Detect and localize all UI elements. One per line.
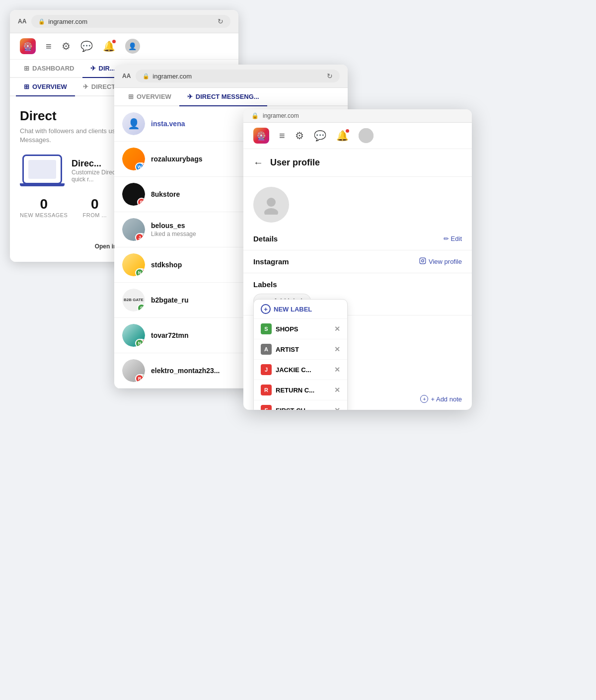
bell-icon-1[interactable]: 🔔 xyxy=(103,40,115,52)
stat-number-new: 0 xyxy=(20,196,68,212)
settings-icon-3[interactable]: ⚙ xyxy=(295,130,304,142)
new-label-circle: + xyxy=(261,304,271,314)
instagram-header: Instagram View profile xyxy=(253,257,462,266)
new-label-item[interactable]: + NEW LABEL xyxy=(254,300,347,319)
refresh-icon-2[interactable]: ↻ xyxy=(327,72,333,80)
edit-icon: ✏ xyxy=(444,235,449,242)
label-close-shops[interactable]: ✕ xyxy=(334,325,340,333)
badge-j-belous: J xyxy=(135,233,144,241)
label-item-artist[interactable]: A ARTIST ✕ xyxy=(254,339,347,360)
avatar-stdkshop: R N xyxy=(122,253,145,276)
label-badge-artist: A xyxy=(261,344,272,355)
direct-label-1: DIR... xyxy=(99,65,115,72)
avatar-1[interactable]: 👤 xyxy=(125,39,140,54)
avatar-rozaluxurybags: J W xyxy=(122,148,145,170)
note-circle-icon: + xyxy=(420,395,428,403)
view-profile-label: View profile xyxy=(429,258,462,265)
overview-icon: ⊞ xyxy=(24,83,29,90)
laptop-box xyxy=(22,155,62,184)
label-item-return[interactable]: R RETURN C... ✕ xyxy=(254,380,347,400)
new-label-text: NEW LABEL xyxy=(274,306,312,313)
details-title: Details xyxy=(253,234,278,243)
avatar-insta-vena: 👤 xyxy=(122,112,145,135)
app-header-1: 🎡 ≡ ⚙ 💬 🔔 👤 xyxy=(10,33,238,60)
bell-icon-3[interactable]: 🔔 xyxy=(336,130,349,142)
edit-link[interactable]: ✏ Edit xyxy=(444,235,462,242)
chat-icon-1[interactable]: 💬 xyxy=(80,40,93,52)
app-logo-1: 🎡 xyxy=(20,38,36,54)
logo-icon-3: 🎡 xyxy=(256,131,266,141)
stat-label-from: FROM ... xyxy=(82,212,107,218)
svg-point-0 xyxy=(267,198,276,207)
settings-icon-1[interactable]: ⚙ xyxy=(62,40,71,52)
tab-direct-2[interactable]: ✈ DIRECT MESSENG... xyxy=(179,88,267,106)
refresh-icon-1[interactable]: ↻ xyxy=(218,17,224,25)
profile-big-avatar xyxy=(253,187,289,223)
url-text-1: ingramer.com xyxy=(48,18,87,25)
tab-dashboard[interactable]: ⊞ DASHBOARD xyxy=(16,60,82,78)
lock-icon-1: 🔒 xyxy=(38,18,45,25)
overview-label-2: OVERVIEW xyxy=(137,93,171,100)
menu-icon-1[interactable]: ≡ xyxy=(46,41,52,52)
badge-s-b2b: S xyxy=(137,304,145,311)
profile-avatar-section xyxy=(243,177,472,228)
browser-url-2[interactable]: 🔒 ingramer.com ↻ xyxy=(136,70,340,82)
label-item-shops[interactable]: S SHOPS ✕ xyxy=(254,319,347,339)
label-item-jackie[interactable]: J JACKIE C... ✕ xyxy=(254,360,347,380)
label-close-first[interactable]: ✕ xyxy=(334,406,340,410)
avatar-tovar72tmn: R N xyxy=(122,324,145,347)
labels-header: Labels xyxy=(253,280,462,289)
logo-icon-1: 🎡 xyxy=(23,42,33,51)
laptop-screen xyxy=(28,160,56,179)
browser-bar-1: AA 🔒 ingramer.com ↻ xyxy=(10,10,238,33)
user-profile-header: ← User profile xyxy=(243,149,472,177)
browser-url-1[interactable]: 🔒 ingramer.com ↻ xyxy=(31,15,230,28)
label-dropdown: + NEW LABEL S SHOPS ✕ A ARTIST ✕ J JACKI… xyxy=(253,299,348,410)
badge-r-8uk: R xyxy=(137,198,145,206)
labels-title: Labels xyxy=(253,280,277,289)
badge-n-tovar: N xyxy=(135,339,144,347)
svg-rect-2 xyxy=(420,258,426,264)
menu-icon-3[interactable]: ≡ xyxy=(279,130,285,142)
nav-tabs-2: ⊞ OVERVIEW ✈ DIRECT MESSENG... xyxy=(114,88,348,106)
direct-label-2: DIRECT MESSENG... xyxy=(196,93,259,100)
label-badge-first: F xyxy=(261,405,272,410)
lock-icon-2: 🔒 xyxy=(143,73,149,79)
label-text-first: FIRST CU... xyxy=(276,407,311,410)
svg-point-4 xyxy=(424,259,425,259)
overview-label: OVERVIEW xyxy=(32,83,67,90)
details-section: Details ✏ Edit xyxy=(243,228,472,250)
label-close-return[interactable]: ✕ xyxy=(334,386,340,394)
details-header: Details ✏ Edit xyxy=(253,234,462,243)
avatar-8ukstore: R xyxy=(122,183,145,206)
app-header-3: 🎡 ≡ ⚙ 💬 🔔 xyxy=(243,123,472,149)
label-text-shops: SHOPS xyxy=(276,325,298,333)
overview-icon-2: ⊞ xyxy=(128,93,134,100)
label-text-return: RETURN C... xyxy=(276,387,314,394)
chat-icon-3[interactable]: 💬 xyxy=(314,130,326,142)
edit-label: Edit xyxy=(451,235,462,242)
user-profile-title: User profile xyxy=(270,157,320,168)
bell-dot-3 xyxy=(346,129,349,133)
sub-direct-icon: ✈ xyxy=(83,83,88,90)
view-profile-link[interactable]: View profile xyxy=(419,257,462,266)
instagram-title: Instagram xyxy=(253,257,289,266)
sub-tab-overview[interactable]: ⊞ OVERVIEW xyxy=(16,78,75,96)
bell-dot-1 xyxy=(112,40,116,43)
label-close-artist[interactable]: ✕ xyxy=(334,345,340,353)
avatar-belous-es: A J xyxy=(122,218,145,241)
window-front: 🔒 ingramer.com 🎡 ≡ ⚙ 💬 🔔 ← User profile xyxy=(243,109,472,410)
browser-aa-2: AA xyxy=(122,73,131,79)
stat-new-messages: 0 NEW MESSAGES xyxy=(20,196,68,218)
stat-number-from: 0 xyxy=(82,196,107,212)
tab-overview-2[interactable]: ⊞ OVERVIEW xyxy=(120,88,179,106)
app-logo-3: 🎡 xyxy=(253,128,269,144)
label-item-first[interactable]: F FIRST CU... ✕ xyxy=(254,400,347,410)
dashboard-label: DASHBOARD xyxy=(32,65,74,72)
label-close-jackie[interactable]: ✕ xyxy=(334,366,340,374)
avatar-3[interactable] xyxy=(359,128,373,143)
browser-bar-3: 🔒 ingramer.com xyxy=(243,109,472,123)
lock-icon-3: 🔒 xyxy=(251,112,259,119)
back-arrow-btn[interactable]: ← xyxy=(253,157,263,168)
label-badge-shops: S xyxy=(261,323,272,334)
